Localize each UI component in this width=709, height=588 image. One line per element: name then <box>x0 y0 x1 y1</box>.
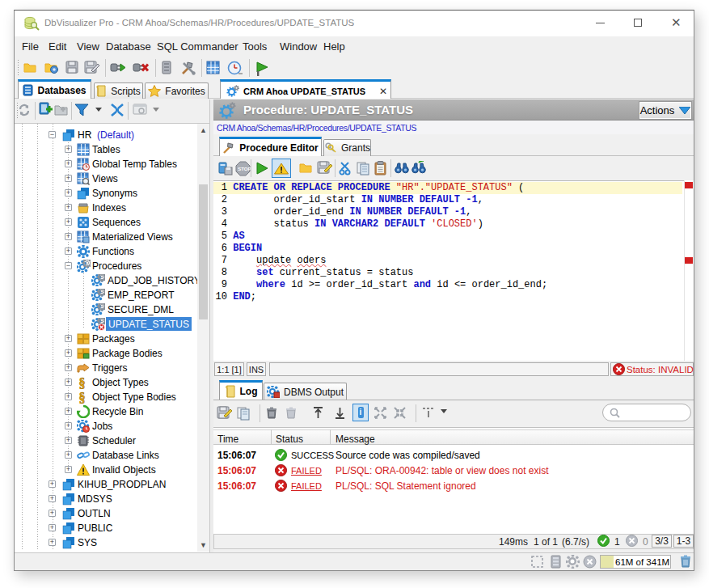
svg-text:STOP: STOP <box>238 167 251 171</box>
svg-text:§: § <box>79 376 86 389</box>
svg-text:§: § <box>79 391 86 404</box>
